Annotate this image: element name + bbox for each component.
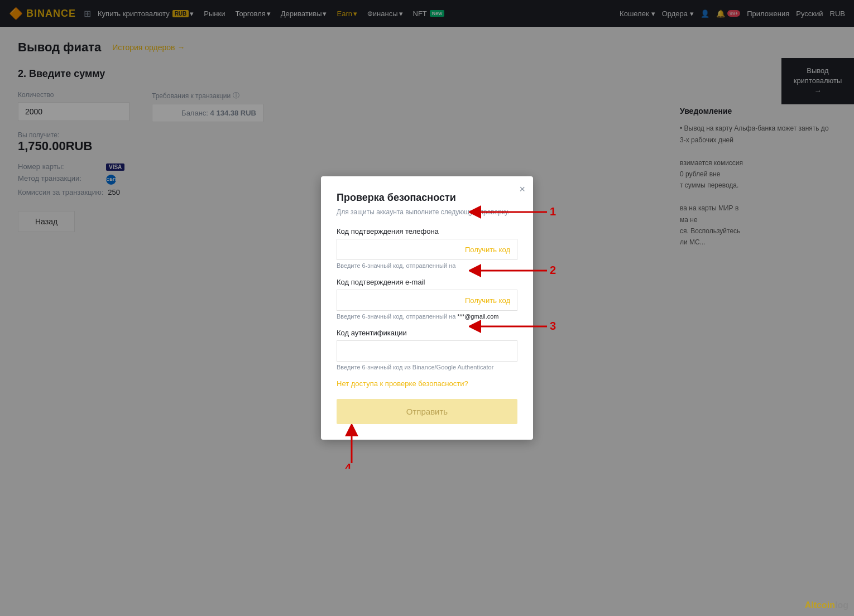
email-code-label: Код подтверждения e-mail — [337, 278, 517, 286]
no-access-link[interactable]: Нет доступа к проверке безопасности? — [337, 379, 517, 388]
svg-text:2: 2 — [550, 264, 556, 276]
modal-overlay[interactable]: Проверка безопасности Для защиты аккаунт… — [0, 0, 854, 616]
email-hint-value: ***@gmail.com — [457, 313, 498, 320]
auth-hint: Введите 6-значный код из Binance/Google … — [337, 364, 517, 370]
auth-code-input[interactable] — [337, 341, 517, 361]
auth-code-field-wrapper — [337, 340, 517, 362]
email-hint: Введите 6-значный код, отправленный на *… — [337, 313, 517, 320]
svg-text:1: 1 — [550, 205, 556, 218]
email-code-input[interactable] — [337, 290, 458, 310]
phone-code-label: Код подтверждения телефона — [337, 227, 517, 235]
modal-subtitle: Для защиты аккаунта выполните следующую … — [337, 208, 517, 216]
email-code-field-wrapper: Получить код — [337, 290, 517, 311]
svg-text:3: 3 — [550, 320, 556, 332]
phone-get-code-button[interactable]: Получить код — [458, 240, 517, 259]
phone-hint: Введите 6-значный код, отправленный на — [337, 262, 517, 269]
email-get-code-button[interactable]: Получить код — [458, 291, 517, 310]
security-check-modal: Проверка безопасности Для защиты аккаунт… — [321, 176, 533, 440]
watermark: Altcoinlog — [805, 600, 848, 610]
phone-code-input[interactable] — [337, 239, 458, 259]
svg-text:4: 4 — [345, 461, 352, 469]
modal-close-button[interactable]: × — [519, 184, 525, 194]
auth-code-label: Код аутентификации — [337, 329, 517, 337]
submit-button[interactable]: Отправить — [337, 399, 517, 424]
phone-code-field-wrapper: Получить код — [337, 239, 517, 260]
modal-title: Проверка безопасности — [337, 192, 517, 204]
